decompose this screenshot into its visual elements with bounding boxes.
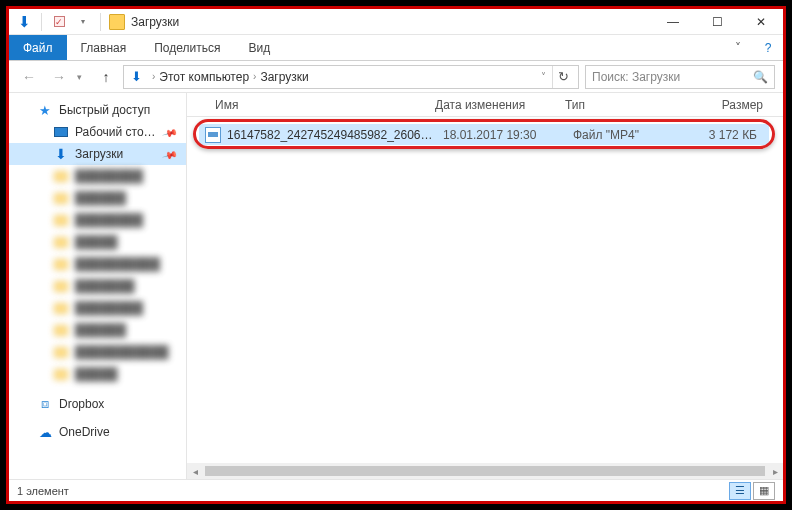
status-item-count: 1 элемент	[17, 485, 69, 497]
address-bar[interactable]: ⬇ › Этот компьютер › Загрузки ˅ ↻	[123, 65, 579, 89]
spacer	[9, 385, 186, 393]
sidebar-item-blurred[interactable]: ████████	[9, 165, 186, 187]
scroll-left-icon[interactable]: ◂	[187, 463, 203, 479]
thumbnails-view-button[interactable]: ▦	[753, 482, 775, 500]
properties-icon[interactable]: ✓	[48, 11, 70, 33]
column-headers: Имя Дата изменения Тип Размер	[187, 93, 783, 117]
qat-dropdown-icon[interactable]: ▾	[72, 11, 94, 33]
sidebar-item-blurred[interactable]: ████████	[9, 297, 186, 319]
chevron-right-icon: ›	[253, 71, 256, 82]
sidebar-item-blurred[interactable]: ██████████	[9, 253, 186, 275]
address-bar-right: ˅ ↻	[541, 66, 574, 88]
sidebar-label: Быстрый доступ	[59, 103, 150, 117]
column-header-date[interactable]: Дата изменения	[427, 98, 557, 112]
breadcrumb-current[interactable]: Загрузки	[260, 70, 308, 84]
forward-button[interactable]: →	[47, 65, 71, 89]
sidebar-label: Загрузки	[75, 147, 123, 161]
separator	[41, 13, 42, 31]
sidebar-item-blurred[interactable]: ███████	[9, 275, 186, 297]
scrollbar-thumb[interactable]	[205, 466, 765, 476]
ribbon-tab-view[interactable]: Вид	[234, 35, 284, 60]
search-input[interactable]: Поиск: Загрузки 🔍	[585, 65, 775, 89]
search-placeholder: Поиск: Загрузки	[592, 70, 680, 84]
titlebar: ⬇ ✓ ▾ Загрузки — ☐ ✕	[9, 9, 783, 35]
sidebar-quick-access[interactable]: ★ Быстрый доступ	[9, 99, 186, 121]
ribbon-tab-home[interactable]: Главная	[67, 35, 141, 60]
file-size: 3 172 КБ	[679, 128, 769, 142]
onedrive-icon: ☁	[37, 424, 53, 440]
file-list-pane: Имя Дата изменения Тип Размер 16147582_2…	[187, 93, 783, 479]
navigation-pane[interactable]: ★ Быстрый доступ Рабочий сто… 📌 ⬇ Загруз…	[9, 93, 187, 479]
sidebar-onedrive[interactable]: ☁ OneDrive	[9, 421, 186, 443]
sidebar-label: Рабочий сто…	[75, 125, 156, 139]
chevron-down-icon[interactable]: ˅	[541, 71, 546, 82]
column-header-size[interactable]: Размер	[663, 98, 783, 112]
maximize-button[interactable]: ☐	[695, 9, 739, 35]
file-type: Файл "MP4"	[573, 128, 679, 142]
desktop-icon	[53, 124, 69, 140]
sidebar-label: Dropbox	[59, 397, 104, 411]
ribbon-file-tab[interactable]: Файл	[9, 35, 67, 60]
up-button[interactable]: ↑	[95, 65, 117, 89]
minimize-button[interactable]: —	[651, 9, 695, 35]
separator	[100, 13, 101, 31]
refresh-icon[interactable]: ↻	[552, 66, 574, 88]
help-icon[interactable]: ?	[753, 35, 783, 60]
file-date: 18.01.2017 19:30	[443, 128, 573, 142]
sidebar-item-blurred[interactable]: ████████	[9, 209, 186, 231]
dropbox-icon: ⧈	[37, 396, 53, 412]
downloads-icon: ⬇	[128, 69, 144, 85]
sidebar-item-blurred[interactable]: █████	[9, 231, 186, 253]
sidebar-downloads[interactable]: ⬇ Загрузки 📌	[9, 143, 186, 165]
body: ★ Быстрый доступ Рабочий сто… 📌 ⬇ Загруз…	[9, 93, 783, 479]
back-button[interactable]: ←	[17, 65, 41, 89]
pin-icon: 📌	[162, 124, 178, 140]
sidebar-dropbox[interactable]: ⧈ Dropbox	[9, 393, 186, 415]
sidebar-item-blurred[interactable]: ██████	[9, 187, 186, 209]
ribbon-expand-icon[interactable]: ˅	[723, 35, 753, 60]
navigation-bar: ← → ▾ ↑ ⬇ › Этот компьютер › Загрузки ˅ …	[9, 61, 783, 93]
close-button[interactable]: ✕	[739, 9, 783, 35]
status-bar: 1 элемент ☰ ▦	[9, 479, 783, 501]
sidebar-item-blurred[interactable]: ███████████	[9, 341, 186, 363]
ribbon-right: ˅ ?	[723, 35, 783, 60]
column-header-type[interactable]: Тип	[557, 98, 663, 112]
pin-icon: 📌	[162, 146, 178, 162]
horizontal-scrollbar[interactable]: ◂ ▸	[187, 463, 783, 479]
file-list[interactable]: 16147582_242745249485982_26067053394… 18…	[187, 117, 783, 479]
downloads-icon: ⬇	[53, 146, 69, 162]
quick-access-toolbar: ⬇ ✓ ▾	[9, 11, 109, 33]
ribbon-tabs: Файл Главная Поделиться Вид ˅ ?	[9, 35, 783, 61]
history-dropdown-icon[interactable]: ▾	[77, 72, 89, 82]
window-title: Загрузки	[131, 15, 179, 29]
view-toggles: ☰ ▦	[729, 482, 775, 500]
breadcrumb-root[interactable]: Этот компьютер	[159, 70, 249, 84]
explorer-window: ⬇ ✓ ▾ Загрузки — ☐ ✕ Файл Главная Подели…	[6, 6, 786, 504]
file-row[interactable]: 16147582_242745249485982_26067053394… 18…	[199, 124, 769, 145]
search-icon: 🔍	[753, 70, 768, 84]
down-arrow-icon[interactable]: ⬇	[13, 11, 35, 33]
sidebar-item-blurred[interactable]: █████	[9, 363, 186, 385]
scroll-right-icon[interactable]: ▸	[767, 463, 783, 479]
column-header-name[interactable]: Имя	[187, 98, 427, 112]
sidebar-item-blurred[interactable]: ██████	[9, 319, 186, 341]
file-name: 16147582_242745249485982_26067053394…	[227, 128, 443, 142]
chevron-right-icon: ›	[152, 71, 155, 82]
details-view-button[interactable]: ☰	[729, 482, 751, 500]
window-controls: — ☐ ✕	[651, 9, 783, 35]
star-icon: ★	[37, 102, 53, 118]
sidebar-label: OneDrive	[59, 425, 110, 439]
sidebar-desktop[interactable]: Рабочий сто… 📌	[9, 121, 186, 143]
folder-icon	[109, 14, 125, 30]
ribbon-tab-share[interactable]: Поделиться	[140, 35, 234, 60]
video-file-icon	[205, 127, 221, 143]
